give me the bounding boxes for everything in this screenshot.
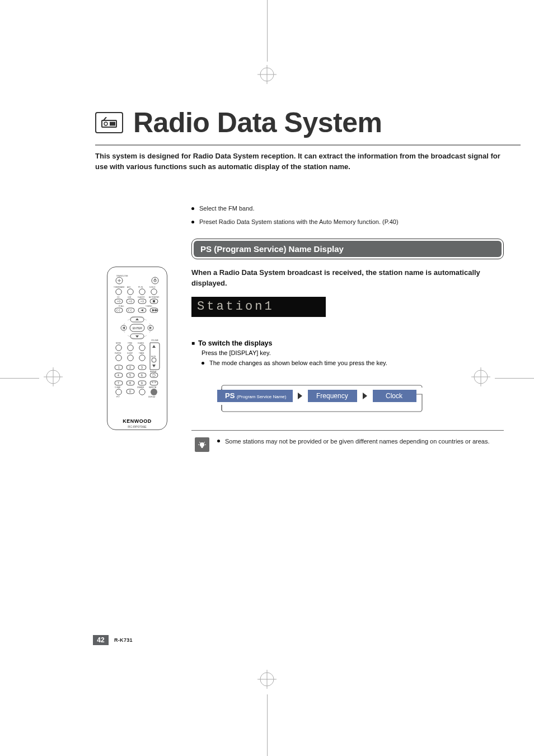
list-item: Select the FM band. (191, 205, 504, 212)
svg-text:OPEN/CLOSE: OPEN/CLOSE (116, 275, 128, 277)
svg-text:8: 8 (129, 381, 131, 385)
divider (191, 430, 504, 431)
svg-text:D.AUDIO: D.AUDIO (138, 296, 145, 298)
svg-point-25 (116, 288, 121, 294)
registration-mark-top (257, 65, 277, 86)
page-number: 42 (93, 635, 109, 645)
section-lead: When a Radio Data System broadcast is re… (191, 267, 504, 289)
section-heading: PS (Program Service) Name Display (194, 241, 502, 257)
svg-text:AUX: AUX (127, 286, 130, 288)
flow-step-1-main: PS (225, 391, 235, 400)
svg-point-89 (116, 389, 121, 394)
svg-text:CLEAR: CLEAR (115, 386, 121, 389)
svg-point-99 (200, 442, 204, 447)
page-title: Radio Data System (133, 106, 382, 139)
registration-mark-bottom (257, 670, 277, 691)
svg-text:SLEEP: SLEEP (127, 352, 133, 354)
svg-text:5: 5 (129, 374, 131, 377)
svg-point-26 (128, 288, 133, 294)
svg-text:D-BASS: D-BASS (138, 342, 144, 344)
svg-rect-37 (153, 300, 155, 302)
intro-text: This system is designed for Radio Data S… (95, 151, 509, 172)
svg-point-63 (128, 354, 133, 360)
list-item: Preset Radio Data System stations with t… (191, 218, 504, 225)
switch-displays-note: The mode changes as shown below each tim… (202, 360, 504, 366)
flow-step-1-sub: (Program Service Name) (237, 394, 287, 399)
crop-mark (267, 0, 268, 62)
footer-model: R-K731 (114, 637, 133, 643)
crop-mark (0, 378, 39, 379)
note-text: Some stations may not be provided or be … (217, 437, 489, 446)
svg-text:TUNING: TUNING (146, 305, 152, 307)
svg-point-55 (128, 344, 133, 350)
tip-lightbulb-icon (195, 437, 209, 452)
radio-section-icon (95, 112, 123, 133)
lcd-text: Station1 (197, 300, 274, 314)
title-divider (95, 144, 521, 146)
svg-text:VOLUME: VOLUME (151, 339, 158, 342)
svg-rect-85 (150, 381, 158, 385)
svg-rect-15 (110, 122, 115, 126)
svg-text:CD: CD (117, 296, 120, 298)
svg-point-14 (104, 122, 107, 125)
switch-displays-instruction: Press the [DISPLAY] key. (202, 349, 504, 356)
svg-text:MODE: MODE (116, 342, 121, 344)
flow-step-3: Clock (386, 392, 403, 400)
svg-text:DIMMER: DIMMER (137, 386, 144, 389)
svg-point-54 (116, 344, 121, 350)
svg-point-93 (151, 389, 157, 395)
svg-text:P.MODE: P.MODE (115, 352, 121, 354)
svg-point-62 (116, 354, 121, 360)
svg-text:D-IN1/2: D-IN1/2 (149, 286, 156, 288)
svg-text:PTY: PTY (116, 396, 120, 398)
svg-text:RANDOM: RANDOM (149, 386, 157, 389)
remote-brand: KENWOOD (107, 418, 167, 424)
svg-text:TUNER/BAND: TUNER/BAND (114, 286, 125, 288)
svg-text:USB: USB (128, 296, 131, 298)
crop-mark (267, 694, 268, 756)
svg-text:1: 1 (118, 366, 120, 369)
remote-model: RC-RP0706E (107, 425, 167, 428)
svg-point-92 (139, 389, 145, 394)
svg-point-28 (151, 288, 157, 294)
svg-rect-78 (150, 373, 158, 377)
switch-displays-heading: To switch the displays (191, 339, 504, 347)
svg-text:7: 7 (118, 381, 119, 385)
svg-text:2: 2 (129, 366, 131, 369)
svg-text:PC IN: PC IN (138, 286, 143, 288)
svg-point-27 (139, 288, 145, 294)
section-heading-frame: PS (Program Service) Name Display (191, 239, 504, 259)
svg-text:3: 3 (141, 366, 143, 369)
svg-point-58 (152, 358, 156, 362)
svg-text:AUTO/MONO: AUTO/MONO (149, 296, 160, 298)
svg-point-56 (139, 344, 145, 350)
preconditions-list: Select the FM band. Preset Radio Data Sy… (191, 205, 504, 225)
svg-text:TIMER: TIMER (139, 352, 144, 354)
svg-text:DISPLAY: DISPLAY (148, 396, 155, 398)
registration-mark-left (44, 367, 63, 389)
svg-text:REPEAT: REPEAT (150, 371, 157, 373)
svg-text:9: 9 (141, 381, 143, 385)
remote-control-diagram: OPEN/CLOSE TUNER/BANDAUXPC IND-IN1/2 CDU… (107, 267, 167, 430)
svg-text:MUTE: MUTE (151, 356, 156, 358)
svg-rect-100 (202, 446, 203, 448)
svg-text:4: 4 (118, 374, 119, 377)
svg-text:P.CALL: P.CALL (119, 305, 124, 307)
svg-point-64 (139, 354, 145, 360)
lcd-display: Station1 (191, 297, 326, 317)
svg-text:TONE: TONE (128, 342, 132, 344)
svg-text:6: 6 (141, 374, 143, 377)
svg-text:ENTER: ENTER (133, 326, 142, 330)
svg-text:0: 0 (129, 390, 131, 393)
display-mode-flow: PS (Program Service Name) Frequency Cloc… (202, 380, 504, 413)
flow-step-2: Frequency (316, 392, 348, 400)
